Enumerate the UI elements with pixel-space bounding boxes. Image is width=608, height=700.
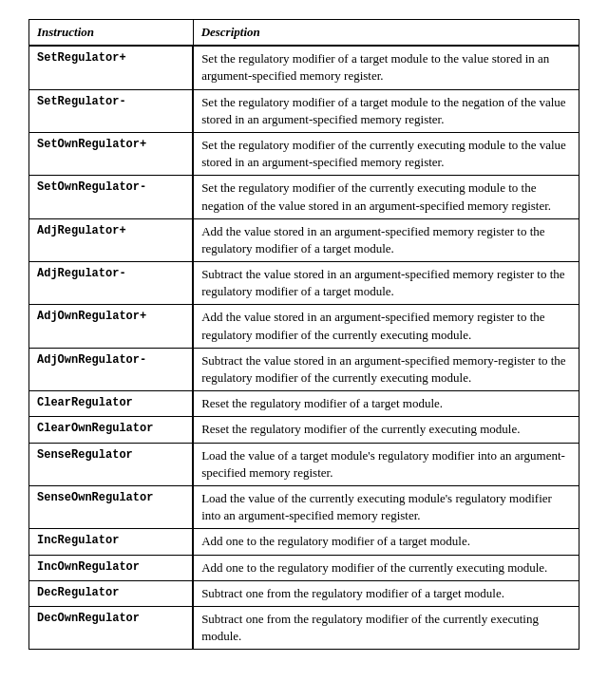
description-cell: Reset the regulatory modifier of the cur… bbox=[193, 417, 579, 443]
instruction-cell: IncOwnRegulator bbox=[29, 555, 194, 580]
table-row: IncRegulatorAdd one to the regulatory mo… bbox=[29, 529, 580, 555]
instruction-cell: SetRegulator- bbox=[29, 89, 194, 132]
instruction-cell: IncRegulator bbox=[29, 529, 194, 555]
description-cell: Load the value of the currently executin… bbox=[193, 485, 579, 528]
header-instruction: Instruction bbox=[29, 20, 194, 47]
table-row: DecRegulatorSubtract one from the regula… bbox=[29, 580, 580, 606]
description-cell: Load the value of a target module's regu… bbox=[193, 443, 579, 485]
description-cell: Add the value stored in an argument-spec… bbox=[193, 305, 579, 348]
instruction-cell: AdjRegulator+ bbox=[29, 218, 194, 261]
description-cell: Subtract the value stored in an argument… bbox=[193, 348, 579, 390]
table-row: ClearRegulatorReset the regulatory modif… bbox=[29, 391, 580, 417]
table-row: SetOwnRegulator-Set the regulatory modif… bbox=[29, 176, 580, 218]
header-description: Description bbox=[193, 20, 579, 47]
table-row: SetRegulator+Set the regulatory modifier… bbox=[29, 46, 580, 89]
instructions-table: Instruction Description SetRegulator+Set… bbox=[28, 19, 580, 650]
instruction-cell: SetOwnRegulator- bbox=[29, 176, 194, 218]
table-row: DecOwnRegulatorSubtract one from the reg… bbox=[29, 606, 580, 649]
table-row: SenseOwnRegulatorLoad the value of the c… bbox=[29, 485, 580, 528]
table-row: SetOwnRegulator+Set the regulatory modif… bbox=[29, 132, 580, 175]
description-cell: Set the regulatory modifier of the curre… bbox=[193, 176, 579, 218]
description-cell: Subtract one from the regulatory modifie… bbox=[193, 580, 579, 606]
table-row: AdjRegulator+Add the value stored in an … bbox=[29, 218, 580, 261]
table-row: SenseRegulatorLoad the value of a target… bbox=[29, 443, 580, 485]
description-cell: Subtract one from the regulatory modifie… bbox=[193, 606, 579, 649]
instruction-cell: AdjOwnRegulator- bbox=[29, 348, 194, 390]
table-row: ClearOwnRegulatorReset the regulatory mo… bbox=[29, 417, 580, 443]
description-cell: Add one to the regulatory modifier of th… bbox=[193, 555, 579, 580]
instruction-cell: AdjRegulator- bbox=[29, 262, 194, 305]
instruction-cell: DecOwnRegulator bbox=[29, 606, 194, 649]
table-row: AdjOwnRegulator+Add the value stored in … bbox=[29, 305, 580, 348]
description-cell: Set the regulatory modifier of the curre… bbox=[193, 132, 579, 175]
instruction-cell: SenseOwnRegulator bbox=[29, 485, 194, 528]
description-cell: Subtract the value stored in an argument… bbox=[193, 262, 579, 305]
description-cell: Add the value stored in an argument-spec… bbox=[193, 218, 579, 261]
instruction-cell: DecRegulator bbox=[29, 580, 194, 606]
description-cell: Reset the regulatory modifier of a targe… bbox=[193, 391, 579, 417]
instruction-cell: SetRegulator+ bbox=[29, 46, 194, 89]
instruction-cell: SenseRegulator bbox=[29, 443, 194, 485]
instruction-cell: AdjOwnRegulator+ bbox=[29, 305, 194, 348]
description-cell: Set the regulatory modifier of a target … bbox=[193, 89, 579, 132]
instruction-cell: ClearOwnRegulator bbox=[29, 417, 194, 443]
description-cell: Add one to the regulatory modifier of a … bbox=[193, 529, 579, 555]
table-row: SetRegulator-Set the regulatory modifier… bbox=[29, 89, 580, 132]
instruction-cell: SetOwnRegulator+ bbox=[29, 132, 194, 175]
instruction-cell: ClearRegulator bbox=[29, 391, 194, 417]
table-row: AdjRegulator-Subtract the value stored i… bbox=[29, 262, 580, 305]
description-cell: Set the regulatory modifier of a target … bbox=[193, 46, 579, 89]
table-row: IncOwnRegulatorAdd one to the regulatory… bbox=[29, 555, 580, 580]
table-row: AdjOwnRegulator-Subtract the value store… bbox=[29, 348, 580, 390]
